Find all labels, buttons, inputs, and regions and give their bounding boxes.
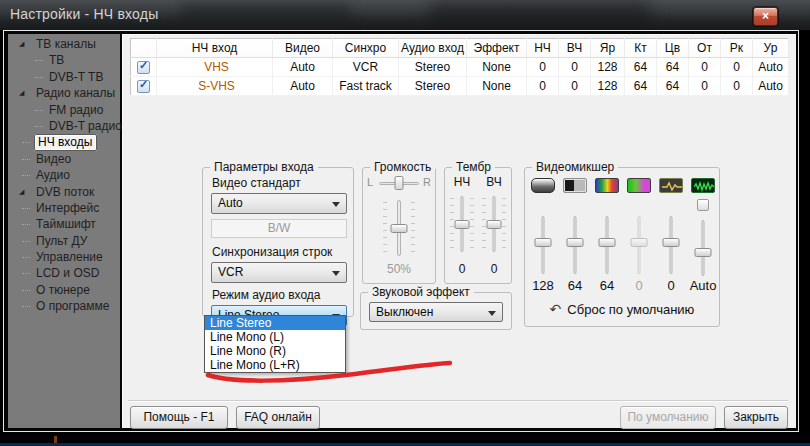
sidebar-item-dvbt-radio[interactable]: DVB-T радио — [8, 118, 120, 134]
sidebar-item-remote[interactable]: Пульт ДУ — [8, 233, 120, 249]
group-title: Звуковой эффект — [368, 285, 474, 299]
bw-toggle[interactable]: B/W — [211, 219, 347, 238]
chevron-down-icon — [332, 202, 340, 207]
sound-effect-select[interactable]: Выключен — [369, 302, 503, 322]
faq-online-button[interactable]: FAQ онлайн — [236, 406, 320, 429]
dropdown-option[interactable]: Line Mono (L) — [205, 330, 345, 344]
waveform-glyph — [662, 181, 682, 192]
sidebar-item-video[interactable]: Видео — [8, 151, 120, 167]
col-lf-input[interactable]: НЧ вход — [157, 39, 273, 58]
slider-thumb[interactable] — [695, 248, 712, 257]
sharpness-slider[interactable] — [655, 216, 687, 274]
slider-thumb[interactable] — [599, 238, 616, 247]
sidebar-item-interface[interactable]: Интерфейс — [8, 200, 120, 216]
expander-icon[interactable]: ◢ — [19, 85, 24, 101]
sidebar-item-radio-channels[interactable]: ◢Радио каналы — [8, 85, 120, 101]
sync-select[interactable]: VCR — [211, 262, 347, 283]
noise-reduction-icon[interactable] — [691, 178, 715, 193]
col-sync[interactable]: Синхро — [333, 39, 399, 58]
col-sharp[interactable]: Рк — [721, 39, 753, 58]
sidebar-item-audio[interactable]: Аудио — [8, 167, 120, 183]
slider-thumb[interactable] — [455, 220, 470, 229]
settings-tree: ◢ТВ каналы ТВ DVB-T ТВ ◢Радио каналы FM … — [8, 36, 120, 315]
hue-slider[interactable] — [623, 216, 655, 274]
saturation-slider[interactable] — [591, 216, 623, 274]
contrast-value: 64 — [559, 278, 591, 293]
slider-thumb[interactable] — [535, 238, 552, 247]
col-contrast[interactable]: Кт — [625, 39, 657, 58]
volume-slider[interactable] — [380, 200, 418, 256]
restore-defaults-button[interactable]: По умолчанию — [620, 406, 716, 429]
balance-slider[interactable]: L R — [367, 176, 431, 190]
col-tint[interactable]: От — [689, 39, 721, 58]
sidebar-item-fm-radio[interactable]: FM радио — [8, 102, 120, 118]
sidebar-item-about-tuner[interactable]: О тюнере — [8, 282, 120, 298]
table-row-svhs[interactable]: ✓ S-VHS Auto Fast track Stereo None 0 0 … — [131, 77, 789, 96]
slider-thumb[interactable] — [391, 224, 408, 233]
dropdown-option[interactable]: Line Mono (L+R) — [205, 358, 345, 372]
sync-label: Синхронизация строк — [212, 245, 347, 259]
sidebar-item-tv-channels[interactable]: ◢ТВ каналы — [8, 36, 120, 52]
brightness-icon[interactable] — [531, 178, 555, 193]
checkmark-icon: ✓ — [139, 59, 148, 72]
slider-thumb[interactable] — [395, 176, 404, 190]
col-video[interactable]: Видео — [273, 39, 333, 58]
gain-slider[interactable] — [687, 220, 719, 276]
col-audio-input[interactable]: Аудио вход — [399, 39, 467, 58]
col-color[interactable]: Цв — [657, 39, 689, 58]
contrast-slider[interactable] — [559, 216, 591, 274]
sidebar-item-tv[interactable]: ТВ — [8, 52, 120, 68]
brightness-slider[interactable] — [527, 216, 559, 274]
title-bar[interactable]: Настройки - НЧ входы × — [0, 0, 810, 30]
bass-slider[interactable] — [447, 196, 477, 252]
main-panel: НЧ вход Видео Синхро Аудио вход Эффект Н… — [122, 34, 796, 428]
hue-value: 0 — [623, 278, 655, 293]
settings-window: Настройки - НЧ входы × ◢ТВ каналы ТВ DVB… — [0, 0, 810, 446]
slider-ticks — [411, 202, 415, 254]
hue-icon[interactable] — [627, 178, 651, 193]
table-header-row: НЧ вход Видео Синхро Аудио вход Эффект Н… — [131, 39, 789, 58]
dropdown-option[interactable]: Line Stereo — [205, 316, 345, 330]
sidebar-item-lcd-osd[interactable]: LCD и OSD — [8, 265, 120, 281]
expander-icon[interactable]: ◢ — [19, 184, 24, 200]
slider-ticks — [502, 198, 506, 250]
treble-slider[interactable] — [479, 196, 509, 252]
sidebar-item-dvb-stream[interactable]: ◢DVB поток — [8, 184, 120, 200]
group-title: Параметры входа — [210, 160, 318, 174]
video-standard-select[interactable]: Auto — [211, 193, 347, 214]
expander-icon[interactable]: ◢ — [19, 36, 24, 52]
row-checkbox[interactable]: ✓ — [137, 61, 150, 74]
sidebar-item-about-program[interactable]: О программе — [8, 298, 120, 314]
gain-value: Auto — [687, 278, 719, 293]
close-window-button[interactable]: × — [753, 7, 778, 26]
col-treble[interactable]: ВЧ — [559, 39, 591, 58]
input-params-group: Параметры входа Видео стандарт Auto B/W … — [202, 167, 354, 317]
slider-thumb[interactable] — [567, 238, 584, 247]
col-bass[interactable]: НЧ — [527, 39, 559, 58]
row-checkbox[interactable]: ✓ — [137, 80, 150, 93]
slider-thumb[interactable] — [631, 238, 648, 247]
titlebar-shade — [180, 4, 350, 26]
sharpness-icon[interactable] — [659, 178, 683, 193]
sidebar-item-control[interactable]: Управление — [8, 249, 120, 265]
slider-thumb[interactable] — [487, 220, 502, 229]
slider-ticks — [470, 198, 474, 250]
col-effect[interactable]: Эффект — [467, 39, 527, 58]
auto-gain-checkbox[interactable] — [697, 199, 709, 211]
help-button[interactable]: Помощь - F1 — [130, 406, 228, 429]
close-button[interactable]: Закрыть — [724, 406, 788, 429]
table-row-vhs[interactable]: ✓ VHS Auto VCR Stereo None 0 0 128 64 64… — [131, 58, 789, 77]
col-level[interactable]: Ур — [753, 39, 789, 58]
sidebar-item-dvbt-tv[interactable]: DVB-T ТВ — [8, 69, 120, 85]
contrast-icon[interactable] — [563, 178, 587, 193]
chevron-down-icon — [332, 271, 340, 276]
reset-defaults-link[interactable]: ↶Сброс по умолчанию — [525, 301, 719, 317]
dropdown-option[interactable]: Line Mono (R) — [205, 344, 345, 358]
sidebar-item-lf-inputs[interactable]: НЧ входы — [8, 134, 120, 150]
saturation-icon[interactable] — [595, 178, 619, 193]
slider-thumb[interactable] — [663, 238, 680, 247]
sidebar-item-timeshift[interactable]: Таймшифт — [8, 216, 120, 232]
col-brightness[interactable]: Яр — [591, 39, 625, 58]
col-checkbox[interactable] — [131, 39, 157, 58]
video-standard-label: Видео стандарт — [212, 176, 347, 190]
